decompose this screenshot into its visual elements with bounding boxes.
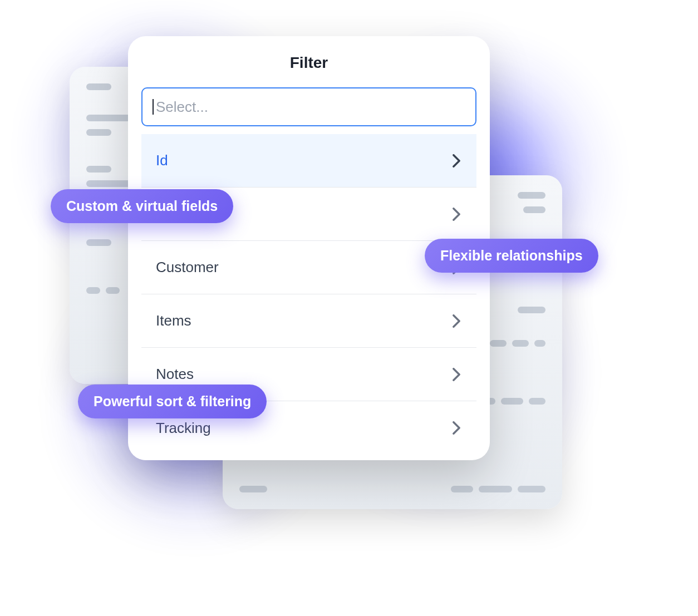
filter-option-label: Id	[156, 152, 168, 169]
chevron-right-icon	[451, 316, 462, 327]
filter-option-label: Items	[156, 312, 191, 329]
select-input[interactable]: Select...	[141, 87, 476, 126]
chevron-right-icon	[451, 209, 462, 220]
chevron-right-icon	[451, 155, 462, 166]
chevron-right-icon	[451, 369, 462, 380]
filter-option-label: Customer	[156, 259, 219, 276]
filter-option-id[interactable]: Id	[141, 134, 476, 188]
badge-sort-filter: Powerful sort & filtering	[78, 385, 267, 418]
text-cursor	[153, 99, 154, 115]
filter-option-label: Tracking	[156, 420, 211, 437]
filter-option-label: Notes	[156, 366, 194, 383]
badge-custom-fields: Custom & virtual fields	[51, 189, 233, 223]
chevron-right-icon	[451, 422, 462, 433]
filter-title: Filter	[128, 54, 490, 72]
select-placeholder: Select...	[156, 98, 208, 116]
filter-option-items[interactable]: Items	[141, 294, 476, 348]
badge-relationships: Flexible relationships	[425, 239, 598, 273]
